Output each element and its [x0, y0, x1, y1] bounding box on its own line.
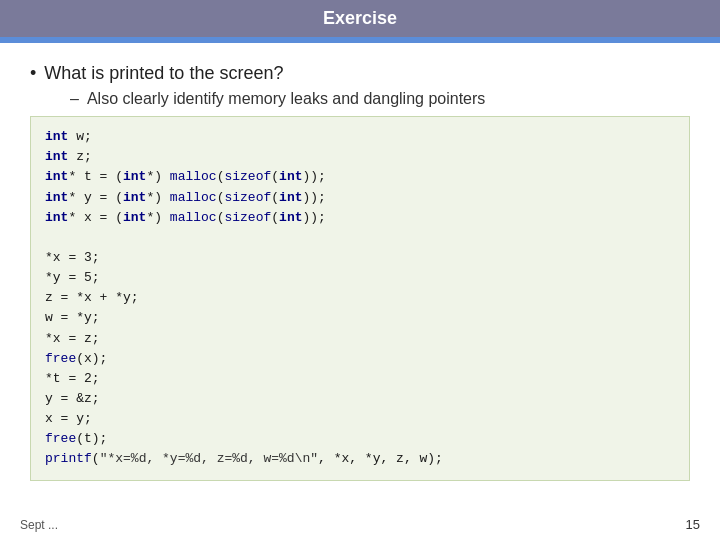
footer-left: Sept ...: [20, 518, 58, 532]
main-bullet: • What is printed to the screen?: [30, 61, 690, 86]
bullet-icon: •: [30, 61, 36, 86]
page-number: 15: [686, 517, 700, 532]
sub-bullet-text: Also clearly identify memory leaks and d…: [87, 90, 485, 108]
main-bullet-text: What is printed to the screen?: [44, 61, 283, 86]
code-block: int w; int z; int* t = (int*) malloc(siz…: [30, 116, 690, 480]
slide-title: Exercise: [0, 0, 720, 37]
dash-icon: –: [70, 90, 79, 108]
main-content: • What is printed to the screen? – Also …: [0, 43, 720, 499]
footer-right: 15: [686, 517, 700, 532]
sub-bullet: – Also clearly identify memory leaks and…: [70, 90, 690, 108]
title-text: Exercise: [323, 8, 397, 28]
footer-left-text: Sept ...: [20, 518, 58, 532]
